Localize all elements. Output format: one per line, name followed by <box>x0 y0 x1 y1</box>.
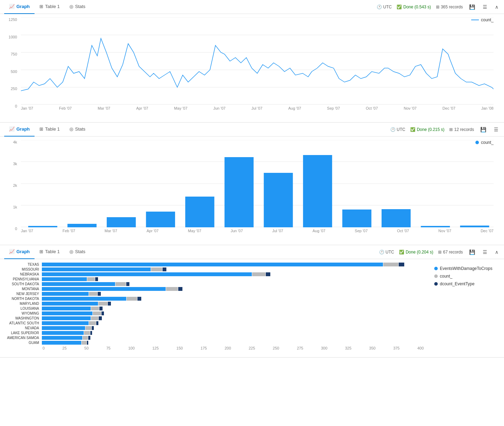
legend-label-2: count_ <box>481 140 494 145</box>
stats-icon-2: ◎ <box>69 126 73 132</box>
y-axis-1: 0 250 500 750 1000 1250 <box>0 17 19 108</box>
tab-stats-1[interactable]: ◎ Stats <box>65 0 90 14</box>
view-options-3[interactable]: ☰ <box>481 249 489 256</box>
tab-stats-3[interactable]: ◎ Stats <box>65 245 90 259</box>
tab-table-3[interactable]: ⊞ Table 1 <box>35 245 65 259</box>
x-axis-1: Jan '07 Feb '07 Mar '07 Apr '07 May '07 … <box>21 105 494 110</box>
legend-dot-2 <box>475 141 479 144</box>
table-icon-3: ⊞ <box>39 249 43 254</box>
svg-rect-15 <box>185 197 214 227</box>
panel-1-chart: count_ 0 250 500 750 1000 1250 Jan '07 F… <box>0 14 504 122</box>
tab-stats-label-1: Stats <box>75 4 85 9</box>
tab-graph-1[interactable]: 📈 Graph <box>4 0 35 14</box>
collapse-3[interactable]: ∧ <box>494 249 500 256</box>
hbar-row: MARYLAND <box>3 302 431 306</box>
hbar-x-axis: 0 25 50 75 100 125 150 175 200 225 250 2… <box>3 346 431 350</box>
hbar-legend-item-2: count_ <box>434 274 504 279</box>
tab-graph-label-1: Graph <box>16 4 30 9</box>
hbar-legend-item-3: dcount_EventType <box>434 281 504 286</box>
hbar-row: WASHINGTON <box>3 316 431 320</box>
save-button-1[interactable]: 💾 <box>468 3 476 10</box>
hbar-row: NEBRASKA <box>3 272 431 276</box>
tab-table-1[interactable]: ⊞ Table 1 <box>35 0 65 14</box>
line-chart-svg-1 <box>21 17 494 105</box>
svg-rect-13 <box>107 217 136 227</box>
graph-icon-1: 📈 <box>9 4 15 9</box>
hbar-legend-label-2: count_ <box>440 274 452 279</box>
legend-line-1 <box>471 20 479 20</box>
svg-rect-11 <box>28 226 57 227</box>
svg-rect-19 <box>342 210 371 227</box>
hbar-legend-dot-2 <box>434 274 438 278</box>
bar-chart-svg-2 <box>21 140 494 227</box>
hbar-chart-area: TEXASMISSOURINEBRASKAPENNSYLVANIASOUTH D… <box>0 263 431 350</box>
graph-icon-2: 📈 <box>9 126 15 132</box>
tab-stats-2[interactable]: ◎ Stats <box>65 123 90 137</box>
stats-icon-3: ◎ <box>69 249 73 254</box>
svg-rect-18 <box>303 155 332 227</box>
svg-rect-17 <box>264 173 293 227</box>
panel-2-tabs: 📈 Graph ⊞ Table 1 ◎ Stats <box>4 123 90 137</box>
tab-stats-label-3: Stats <box>75 249 85 254</box>
panel-2-header-right: 🕐 UTC ✅ Done (0.215 s) ⊞ 12 records 💾 ☰ <box>390 126 500 133</box>
graph-icon-3: 📈 <box>9 249 15 254</box>
utc-badge-1: 🕐 UTC <box>377 5 392 9</box>
hbar-row: AMERICAN SAMOA <box>3 336 431 340</box>
hbar-legend-label-3: dcount_EventType <box>440 281 474 286</box>
hbar-row: NEW JERSEY <box>3 292 431 296</box>
chart-legend-1: count_ <box>471 17 494 22</box>
y-axis-2: 0 1k 2k 3k 4k <box>0 140 19 231</box>
tab-table-2[interactable]: ⊞ Table 1 <box>35 123 65 137</box>
panel-3-header: 📈 Graph ⊞ Table 1 ◎ Stats 🕐 UTC ✅ Done (… <box>0 245 504 259</box>
tab-graph-label-2: Graph <box>16 126 30 132</box>
view-options-1[interactable]: ☰ <box>481 3 489 10</box>
panel-1-tabs: 📈 Graph ⊞ Table 1 ◎ Stats <box>4 0 90 14</box>
legend-label-1: count_ <box>481 17 494 22</box>
hbar-row: LAKE SUPERIOR <box>3 331 431 335</box>
records-badge-3: ⊞ 67 records <box>438 250 463 255</box>
hbar-row: GUAM <box>3 341 431 345</box>
utc-badge-2: 🕐 UTC <box>390 127 405 132</box>
panel-2-chart: count_ 0 1k 2k 3k 4k <box>0 137 504 245</box>
hbar-row: NEVADA <box>3 326 431 330</box>
status-badge-1: ✅ Done (0.543 s) <box>397 5 431 9</box>
svg-rect-22 <box>460 226 489 227</box>
svg-rect-20 <box>382 209 411 227</box>
tab-graph-3[interactable]: 📈 Graph <box>4 245 35 259</box>
panel-2: 📈 Graph ⊞ Table 1 ◎ Stats 🕐 UTC ✅ Done (… <box>0 123 504 245</box>
hbar-legend: EventsWithDamageToCrops count_ dcount_Ev… <box>434 263 504 350</box>
collapse-1[interactable]: ∧ <box>494 3 500 10</box>
hbar-legend-label-1: EventsWithDamageToCrops <box>440 266 492 271</box>
panel-1-header: 📈 Graph ⊞ Table 1 ◎ Stats 🕐 UTC ✅ Done (… <box>0 0 504 14</box>
hbar-row: LOUISIANA <box>3 307 431 310</box>
hbar-row: MISSOURI <box>3 267 431 271</box>
svg-rect-16 <box>225 157 254 227</box>
tab-graph-2[interactable]: 📈 Graph <box>4 123 35 137</box>
panel-1: 📈 Graph ⊞ Table 1 ◎ Stats 🕐 UTC ✅ Done (… <box>0 0 504 123</box>
tab-table-label-3: Table 1 <box>45 249 60 254</box>
hbar-row: MONTANA <box>3 287 431 291</box>
panel-2-header: 📈 Graph ⊞ Table 1 ◎ Stats 🕐 UTC ✅ Done (… <box>0 123 504 137</box>
tab-table-label-2: Table 1 <box>45 126 60 132</box>
save-button-2[interactable]: 💾 <box>479 126 488 133</box>
utc-badge-3: 🕐 UTC <box>379 250 394 255</box>
hbar-row: PENNSYLVANIA <box>3 277 431 281</box>
svg-rect-14 <box>146 212 175 227</box>
view-options-2[interactable]: ☰ <box>492 126 500 133</box>
panel-3-chart: TEXASMISSOURINEBRASKAPENNSYLVANIASOUTH D… <box>0 259 504 357</box>
panel-3-header-right: 🕐 UTC ✅ Done (0.204 s) ⊞ 67 records 💾 ☰ … <box>379 249 500 256</box>
save-button-3[interactable]: 💾 <box>468 249 476 256</box>
panel-1-header-right: 🕐 UTC ✅ Done (0.543 s) ⊞ 365 records 💾 ☰… <box>377 3 500 10</box>
x-axis-2: Jan '07 Feb '07 Mar '07 Apr '07 May '07 … <box>21 227 494 233</box>
tab-stats-label-2: Stats <box>75 126 85 132</box>
panel-3: 📈 Graph ⊞ Table 1 ◎ Stats 🕐 UTC ✅ Done (… <box>0 245 504 358</box>
status-badge-3: ✅ Done (0.204 s) <box>399 250 433 255</box>
hbar-legend-dot-3 <box>434 282 438 286</box>
chart-legend-2: count_ <box>475 140 494 145</box>
hbar-row: ATLANTIC SOUTH <box>3 321 431 325</box>
tab-graph-label-3: Graph <box>16 249 30 254</box>
table-icon-2: ⊞ <box>39 126 43 132</box>
records-badge-1: ⊞ 365 records <box>436 5 463 9</box>
svg-rect-21 <box>421 226 450 227</box>
svg-rect-12 <box>67 224 96 227</box>
